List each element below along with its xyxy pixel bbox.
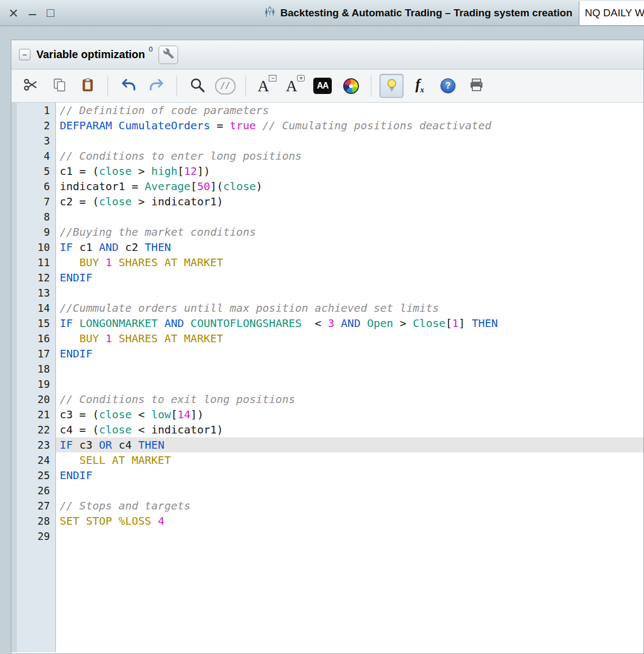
code-text: c1 = (close > high[12]) xyxy=(56,163,643,179)
scissors-icon xyxy=(23,77,39,95)
toolbar-divider xyxy=(176,76,177,96)
code-text: BUY 1 SHARES AT MARKET xyxy=(56,255,643,270)
color-wheel-icon xyxy=(343,78,359,94)
toolbar-divider xyxy=(245,76,246,96)
title-area: Backtesting & Automatic Trading – Tradin… xyxy=(65,4,579,21)
section-title: Variable optimization xyxy=(36,48,145,61)
color-picker-button[interactable] xyxy=(339,74,363,98)
line-number: 11 xyxy=(17,255,56,270)
code-line[interactable]: 20// Conditions to exit long positions xyxy=(17,392,643,407)
code-line[interactable]: 11 BUY 1 SHARES AT MARKET xyxy=(17,255,643,270)
font-increase-button[interactable]: A+ xyxy=(282,74,306,98)
code-line[interactable]: 17ENDIF xyxy=(17,346,643,361)
line-number: 14 xyxy=(17,300,56,316)
code-line[interactable]: 14//Cummulate orders untill max position… xyxy=(17,300,643,316)
code-text xyxy=(56,285,643,300)
line-number: 21 xyxy=(17,407,56,422)
code-line[interactable]: 2DEFPARAM CumulateOrders = true // Cumul… xyxy=(17,118,643,133)
line-number: 9 xyxy=(17,224,56,240)
code-lines[interactable]: 1// Definition of code parameters2DEFPAR… xyxy=(17,103,643,652)
code-text: SET STOP %LOSS 4 xyxy=(56,513,643,529)
maximize-button[interactable]: □ xyxy=(47,7,54,19)
code-text: ENDIF xyxy=(56,270,643,285)
trading-system-panel: − Variable optimization 0 xyxy=(11,40,644,654)
code-line[interactable]: 3 xyxy=(17,133,643,148)
code-text: DEFPARAM CumulateOrders = true // Cumula… xyxy=(56,118,643,133)
line-number: 15 xyxy=(17,316,56,331)
line-number: 6 xyxy=(17,179,56,194)
optimization-settings-button[interactable] xyxy=(159,46,178,64)
line-number: 3 xyxy=(17,133,56,148)
help-button[interactable]: ? xyxy=(436,74,460,98)
code-line[interactable]: 9//Buying the market conditions xyxy=(17,224,643,240)
code-line[interactable]: 27// Stops and targets xyxy=(17,498,643,513)
code-line[interactable]: 12ENDIF xyxy=(17,270,643,285)
cut-button[interactable] xyxy=(19,74,43,98)
code-text: // Conditions to enter long positions xyxy=(56,148,643,163)
function-fx-icon: fx xyxy=(415,77,424,94)
window-title: Backtesting & Automatic Trading – Tradin… xyxy=(280,7,572,19)
undo-icon xyxy=(120,77,137,96)
code-text: // Stops and targets xyxy=(56,498,643,513)
code-text: // Conditions to exit long positions xyxy=(56,392,643,407)
code-text xyxy=(56,529,643,544)
minimize-button[interactable]: − xyxy=(28,7,37,22)
copy-icon xyxy=(52,77,67,95)
line-number: 5 xyxy=(17,163,56,179)
code-line[interactable]: 22c4 = (close < indicator1) xyxy=(17,422,643,437)
font-style-button[interactable]: AA xyxy=(311,74,334,98)
search-button[interactable] xyxy=(185,74,209,98)
code-line[interactable]: 23IF c3 OR c4 THEN xyxy=(17,437,643,452)
code-line[interactable]: 8 xyxy=(17,209,643,224)
code-line[interactable]: 15IF LONGONMARKET AND COUNTOFLONGSHARES … xyxy=(17,316,643,331)
code-line[interactable]: 7c2 = (close > indicator1) xyxy=(17,194,643,209)
title-bar: × − □ Backtesting & Automatic Trading – … xyxy=(0,0,644,26)
code-text: ENDIF xyxy=(56,346,643,361)
code-line[interactable]: 24 SELL AT MARKET xyxy=(17,452,643,468)
code-text: c2 = (close > indicator1) xyxy=(56,194,643,209)
print-button[interactable] xyxy=(464,74,488,98)
code-line[interactable]: 10IF c1 AND c2 THEN xyxy=(17,240,643,255)
toggle-comment-button[interactable]: // xyxy=(213,74,237,98)
insert-function-button[interactable]: fx xyxy=(408,74,432,98)
close-button[interactable]: × xyxy=(9,5,18,21)
code-line[interactable]: 4// Conditions to enter long positions xyxy=(17,148,643,163)
font-decrease-icon: A− xyxy=(258,78,275,94)
code-line[interactable]: 29 xyxy=(17,529,643,544)
code-line[interactable]: 28SET STOP %LOSS 4 xyxy=(17,513,643,529)
editor-toolbar: // A− A+ AA xyxy=(11,70,643,103)
chart-tab[interactable]: NQ DAILY W xyxy=(579,1,644,25)
suggestions-button[interactable] xyxy=(380,74,403,98)
code-line[interactable]: 1// Definition of code parameters xyxy=(17,103,643,118)
code-line[interactable]: 13 xyxy=(17,285,643,300)
toolbar-divider xyxy=(371,76,371,96)
code-line[interactable]: 6indicator1 = Average[50](close) xyxy=(17,179,643,194)
redo-button[interactable] xyxy=(144,74,168,98)
paste-clipboard-icon xyxy=(80,77,96,95)
variable-optimization-header: − Variable optimization 0 xyxy=(11,40,643,70)
code-text: c3 = (close < low[14]) xyxy=(56,407,643,422)
copy-button[interactable] xyxy=(47,74,71,98)
code-line[interactable]: 19 xyxy=(17,376,643,392)
line-number: 25 xyxy=(17,468,56,483)
code-text: IF LONGONMARKET AND COUNTOFLONGSHARES < … xyxy=(56,316,643,331)
code-text: IF c1 AND c2 THEN xyxy=(56,240,643,255)
code-line[interactable]: 5c1 = (close > high[12]) xyxy=(17,163,643,179)
code-line[interactable]: 26 xyxy=(17,483,643,498)
help-icon: ? xyxy=(440,78,456,93)
search-icon xyxy=(189,77,206,96)
font-decrease-button[interactable]: A− xyxy=(254,74,278,98)
code-line[interactable]: 21c3 = (close < low[14]) xyxy=(17,407,643,422)
collapse-section-button[interactable]: − xyxy=(19,49,30,60)
line-number: 20 xyxy=(17,392,56,407)
code-line[interactable]: 16 BUY 1 SHARES AT MARKET xyxy=(17,331,643,346)
line-number: 17 xyxy=(17,346,56,361)
line-number: 10 xyxy=(17,240,56,255)
code-editor[interactable]: 1// Definition of code parameters2DEFPAR… xyxy=(11,103,643,652)
paste-button[interactable] xyxy=(75,74,99,98)
line-number: 23 xyxy=(17,437,56,452)
code-line[interactable]: 18 xyxy=(17,361,643,376)
font-case-icon: AA xyxy=(313,78,332,94)
code-line[interactable]: 25ENDIF xyxy=(17,468,643,483)
undo-button[interactable] xyxy=(116,74,140,98)
